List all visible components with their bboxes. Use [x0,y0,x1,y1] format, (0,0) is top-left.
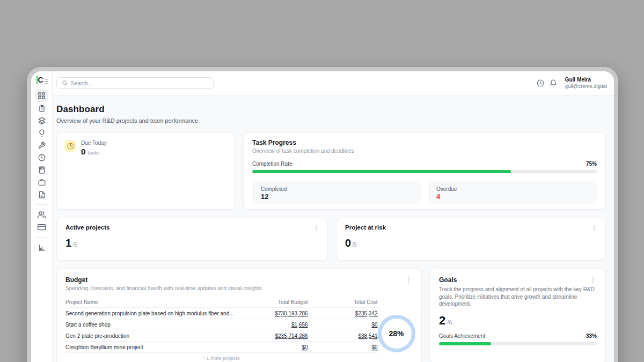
project-at-risk-menu-button[interactable] [590,224,598,231]
column-project-name: Project Name [65,299,238,305]
task-progress-card: Task Progress Overview of task completio… [243,132,606,210]
clock-icon [38,154,46,161]
search-box[interactable] [56,77,214,89]
lightbulb-icon [38,129,46,137]
notifications-bell-button[interactable] [547,77,560,90]
due-today-card: Due Today 0 tasks [56,132,235,210]
task-progress-title: Task Progress [252,139,597,146]
goals-total: /6 [447,319,452,326]
topbar: Guil Meira guil@creme.digital [53,71,614,95]
active-projects-card: Active projects 1 /5 [56,218,328,261]
sidebar-item-tools[interactable] [35,139,48,151]
wrench-icon [38,142,46,149]
sidebar-item-portfolio[interactable] [35,176,48,188]
goals-menu-button[interactable] [589,276,597,283]
sidebar-item-calculator[interactable] [35,164,48,176]
column-total-budget: Total Budget [238,299,308,305]
goals-achievement-value: 33% [586,333,597,339]
sidebar-item-ideas[interactable] [35,127,48,139]
total-budget-cell[interactable]: $1,656 [291,322,308,328]
sidebar-divider [36,237,48,238]
completed-label: Completed [261,186,413,192]
project-at-risk-title: Project at risk [345,224,386,231]
search-icon [62,78,68,88]
completion-rate-label: Completion Rate [252,161,292,167]
budget-usage-percent: 28% [389,329,404,338]
active-projects-total: /5 [72,242,77,248]
dashboard-grid-icon [38,92,46,100]
due-today-value: 0 [81,147,85,156]
budget-table-row[interactable]: Start a coffee shop $1,656 $0 [65,319,378,330]
total-cost-cell[interactable]: $235,342 [355,311,378,317]
budget-table-row[interactable]: Gen 2 plate pre-production $235,714.286 … [65,330,378,342]
logo-letter: C [36,76,43,84]
goals-card: Goals Track the progress and alignment o… [430,269,606,362]
budget-menu-button[interactable] [405,276,413,283]
project-name-cell: Creighton Beryllium mine project [65,344,238,350]
sidebar-divider [36,204,48,205]
briefcase-icon [38,179,46,186]
budget-card: Budget Spending, forecasts, and financia… [56,269,422,362]
completion-progress-bar [252,170,597,173]
overdue-stat-box: Overdue 4 [428,181,597,204]
completed-stat-box: Completed 12 [252,181,421,204]
logo-lines [45,79,48,84]
sidebar-item-projects[interactable] [35,114,48,127]
budget-title: Budget [65,276,87,284]
budget-usage-gauge: 28% [378,315,415,352]
sidebar-item-time[interactable] [35,151,48,164]
user-name: Guil Meira [565,77,607,84]
main-area: Guil Meira guil@creme.digital Dashboard … [53,71,614,362]
total-budget-cell[interactable]: $235,714.286 [275,333,308,339]
due-today-unit: tasks [87,150,99,156]
due-today-label: Due Today [81,140,107,146]
sidebar-item-team[interactable] [35,209,48,221]
budget-subtitle: Spending, forecasts, and financial healt… [65,285,413,291]
sidebar-item-documents[interactable] [35,188,48,201]
bar-chart-icon [38,244,46,252]
user-menu[interactable]: Guil Meira guil@creme.digital [565,77,607,90]
user-email: guil@creme.digital [565,83,607,90]
project-at-risk-total: /5 [352,242,356,248]
page-subtitle: Overview of your R&D projects and team p… [56,117,606,124]
dashboard-content: Dashboard Overview of your R&D projects … [53,95,614,362]
total-budget-cell[interactable]: $730,193.286 [275,311,308,317]
active-projects-menu-button[interactable] [312,224,320,231]
budget-table-row[interactable]: Second generation propulsion plate based… [65,308,378,319]
total-cost-cell[interactable]: $0 [371,322,377,328]
completion-rate-value: 75% [586,161,597,167]
total-cost-cell[interactable]: $38,541 [358,333,377,339]
project-name-cell: Second generation propulsion plate based… [65,311,238,316]
credit-card-icon [38,223,46,231]
overdue-label: Overdue [436,186,588,192]
history-clock-button[interactable] [534,77,547,90]
column-total-cost: Total Cost [308,299,378,305]
completion-progress-fill [252,170,511,173]
sidebar-item-analytics[interactable] [35,241,48,254]
budget-table-row[interactable]: Creighton Beryllium mine project $0 $0 [65,342,378,353]
active-projects-value: 1 [65,237,71,249]
sidebar: C [31,71,53,362]
total-budget-cell[interactable]: $0 [302,344,308,351]
search-input[interactable] [71,80,208,86]
project-at-risk-card: Project at risk 0 /5 [336,218,606,261]
goals-progress-bar [439,342,597,345]
goals-title: Goals [439,276,457,284]
page-title: Dashboard [56,104,606,115]
sidebar-item-billing[interactable] [35,221,48,233]
more-projects-link[interactable]: +1 more projects [65,356,378,361]
project-at-risk-value: 0 [345,237,351,249]
goals-description: Track the progress and alignment of all … [439,286,597,308]
budget-table-header: Project Name Total Budget Total Cost [65,297,378,308]
users-icon [38,211,46,219]
sidebar-item-tasks[interactable] [35,102,48,114]
layers-icon [38,117,46,124]
sidebar-item-dashboard[interactable] [35,90,48,102]
due-today-clock-icon [64,140,76,152]
total-cost-cell[interactable]: $0 [371,344,377,351]
document-icon [38,191,46,198]
clipboard-icon [38,105,46,112]
goals-value: 2 [439,314,445,328]
app-window: C [31,71,614,362]
creme-logo-icon[interactable]: C [36,75,47,85]
